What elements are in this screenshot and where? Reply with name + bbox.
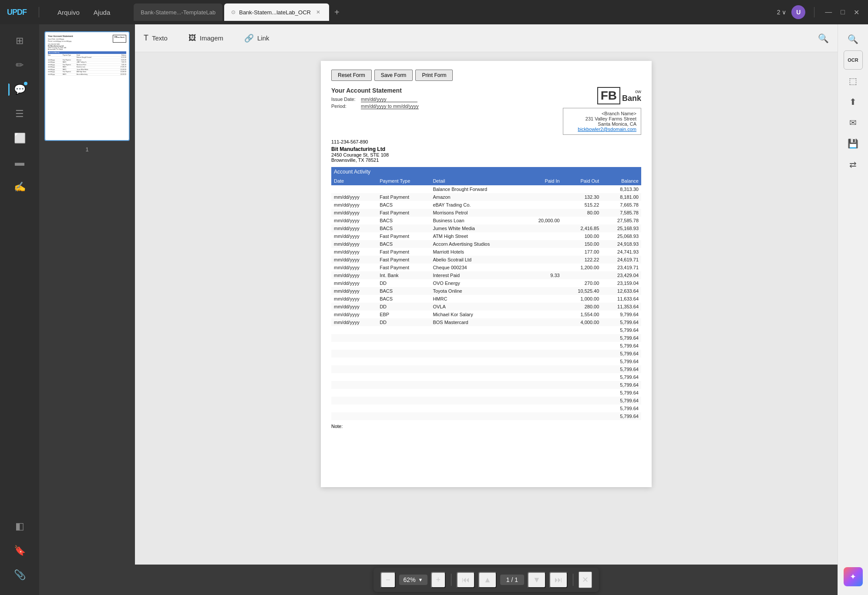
mail-button[interactable]: ✉ [844, 113, 863, 132]
table-row: 5,799.64 [331, 365, 641, 373]
bank-logo-text: ow Bank [622, 89, 641, 103]
table-cell [377, 185, 430, 193]
sidebar-pages-icon[interactable]: ⊞ [8, 30, 31, 52]
texto-tool-button[interactable]: T Texto [135, 30, 176, 46]
scan-button[interactable]: ⬚ [844, 71, 863, 90]
last-page-button[interactable]: ⏭ [549, 572, 568, 588]
next-page-button[interactable]: ▼ [528, 572, 546, 588]
close-button[interactable]: ✕ [852, 7, 861, 18]
table-cell: Jumes White Media [430, 224, 523, 232]
minimize-button[interactable]: — [823, 7, 834, 18]
table-cell: mm/dd/yyyy [331, 256, 377, 264]
tab-templatelab[interactable]: Bank-Stateme...-TemplateLab [134, 3, 222, 21]
table-cell: 8,313.30 [602, 185, 641, 193]
table-row: mm/dd/yyyyDDOVO Energy270.0023,159.04 [331, 279, 641, 287]
topbar-right: 2 ∨ U — □ ✕ [777, 5, 861, 19]
link-tool-button[interactable]: 🔗 Link [236, 30, 278, 47]
table-cell: mm/dd/yyyy [331, 217, 377, 224]
table-row: 5,799.64 [331, 404, 641, 412]
thumbnail-wrap[interactable]: Your Account Statement Issue Date: mm/dd… [44, 31, 130, 141]
prev-page-button[interactable]: ▲ [478, 572, 497, 588]
maximize-button[interactable]: □ [839, 7, 847, 18]
table-cell [430, 381, 523, 389]
upload-button[interactable]: ⬆ [844, 92, 863, 111]
table-cell: 177.00 [562, 248, 602, 256]
reset-form-button[interactable]: Reset Form [331, 70, 372, 81]
table-cell: Int. Bank [377, 271, 430, 279]
branch-email[interactable]: bickbowler2@sdomain.com [568, 127, 636, 132]
tab-bar: Bank-Stateme...-TemplateLab ⊙ Bank-State… [134, 3, 768, 21]
table-row: mm/dd/yyyyDDOVLA280.0011,353.64 [331, 303, 641, 311]
convert-button[interactable]: ⇄ [844, 155, 863, 174]
menu-arquivo[interactable]: Arquivo [51, 6, 86, 19]
zoom-out-button[interactable]: − [380, 572, 396, 588]
sidebar-attach-icon[interactable]: 📎 [8, 564, 31, 586]
table-cell [430, 397, 523, 404]
toolbar-divider-1 [451, 574, 451, 586]
period-row: Period: mm/dd/yyyy to mm/dd/yyyy [331, 104, 419, 109]
table-cell [377, 326, 430, 334]
ai-button[interactable]: ✦ [844, 567, 863, 586]
table-cell: 24,918.93 [602, 240, 641, 248]
table-cell [562, 381, 602, 389]
table-cell [523, 334, 562, 342]
save-form-button[interactable]: Save Form [374, 70, 413, 81]
table-cell: Michael Kor Salary [430, 311, 523, 318]
table-cell: mm/dd/yyyy [331, 232, 377, 240]
table-cell [331, 381, 377, 389]
document-viewport[interactable]: Reset Form Save Form Print Form Your Acc… [135, 52, 838, 565]
table-cell: 270.00 [562, 279, 602, 287]
search-button[interactable]: 🔍 [809, 30, 838, 47]
first-page-button[interactable]: ⏮ [457, 572, 475, 588]
tab-add-button[interactable]: + [331, 7, 343, 18]
table-row: mm/dd/yyyyFast PaymentMarriott Hotels177… [331, 248, 641, 256]
period-value[interactable]: mm/dd/yyyy to mm/dd/yyyy [361, 104, 419, 109]
topbar: UPDF Arquivo Ajuda Bank-Stateme...-Templ… [0, 0, 868, 24]
table-cell [523, 303, 562, 311]
table-cell: mm/dd/yyyy [331, 318, 377, 326]
table-cell: OVO Energy [430, 279, 523, 287]
print-form-button[interactable]: Print Form [415, 70, 453, 81]
user-avatar[interactable]: U [791, 5, 805, 19]
sidebar-edit-icon[interactable]: ✏ [8, 54, 31, 77]
sidebar-notification-dot [24, 82, 27, 85]
table-row: 5,799.64 [331, 358, 641, 365]
document-left-header: Your Account Statement Issue Date: mm/dd… [331, 87, 419, 110]
table-cell: 5,799.64 [602, 318, 641, 326]
texto-label: Texto [152, 34, 168, 42]
table-row: mm/dd/yyyyFast PaymentCheque 0002341,200… [331, 264, 641, 271]
topbar-divider [39, 7, 39, 17]
table-cell [523, 279, 562, 287]
zoom-display[interactable]: 62% ▼ [399, 575, 427, 585]
branch-info-box[interactable]: <Branch Name> 231 Valley Farms Street Sa… [563, 108, 641, 135]
save-right-button[interactable]: 💾 [844, 134, 863, 153]
sidebar-sign-icon[interactable]: ✍ [8, 176, 31, 198]
col-detail: Detail [430, 177, 523, 185]
table-cell [523, 373, 562, 381]
sidebar-organize-icon[interactable]: ☰ [8, 103, 31, 125]
table-cell [377, 350, 430, 358]
sidebar-layers-icon[interactable]: ◧ [8, 515, 31, 538]
page-count-display[interactable]: 2 ∨ [777, 9, 787, 16]
table-cell: 5,799.64 [602, 342, 641, 350]
tab-ocr[interactable]: ⊙ Bank-Statem...lateLab_OCR ✕ [224, 3, 329, 21]
right-sidebar: 🔍 OCR ⬚ ⬆ ✉ 💾 ⇄ ✦ [838, 24, 868, 595]
table-cell: 7,665.78 [602, 201, 641, 209]
ocr-button[interactable]: OCR [844, 50, 863, 70]
sidebar-redact-icon[interactable]: ▬ [8, 151, 31, 174]
imagem-tool-button[interactable]: 🖼 Imagem [180, 30, 232, 46]
sidebar-bookmark-icon[interactable]: 🔖 [8, 539, 31, 562]
table-cell [331, 397, 377, 404]
table-row: mm/dd/yyyyEBPMichael Kor Salary1,554.009… [331, 311, 641, 318]
content-area: T Texto 🖼 Imagem 🔗 Link 🔍 [135, 24, 838, 595]
zoom-in-button[interactable]: + [431, 572, 446, 588]
menu-ajuda[interactable]: Ajuda [87, 6, 116, 19]
close-toolbar-button[interactable]: ✕ [579, 572, 592, 588]
table-cell: Amazon [430, 193, 523, 201]
sidebar-stamp-icon[interactable]: ⬜ [8, 127, 31, 150]
search-right-button[interactable]: 🔍 [844, 30, 863, 49]
tab-close-button[interactable]: ✕ [314, 8, 322, 16]
sidebar-comment-icon[interactable]: 💬 [8, 78, 31, 101]
table-cell: 5,799.64 [602, 334, 641, 342]
issue-date-value[interactable]: mm/dd/yyyy [361, 97, 417, 102]
